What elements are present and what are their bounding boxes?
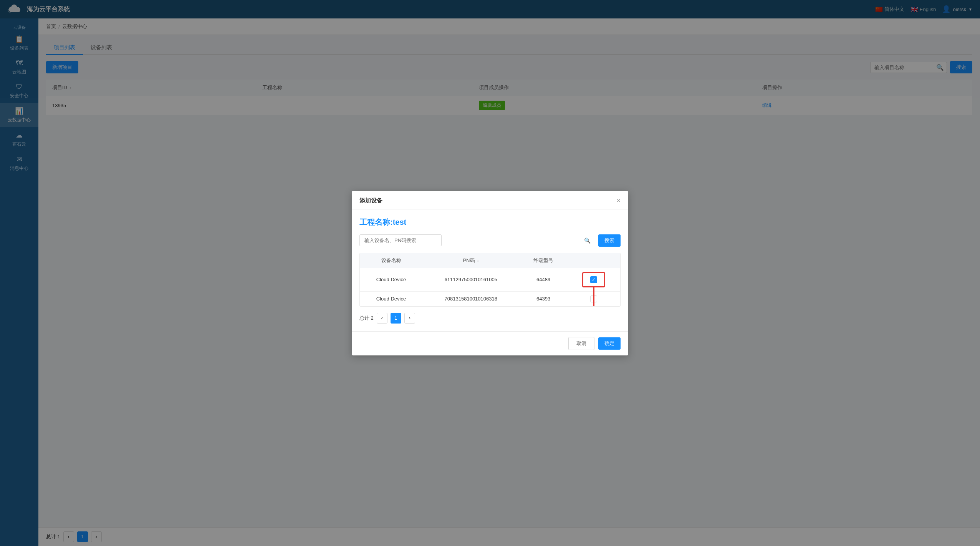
device-check-1: ✓ bbox=[568, 268, 620, 291]
device-name-2: Cloud Device bbox=[360, 291, 422, 306]
device-col-name: 设备名称 bbox=[360, 253, 422, 268]
modal-search-input[interactable] bbox=[359, 234, 442, 246]
device-col-pn: PN码 ↕ bbox=[422, 253, 520, 268]
modal-body: 工程名称:test 🔍 搜索 设备名称 PN码 ↕ 终端型号 bbox=[352, 209, 628, 331]
checkbox-1[interactable]: ✓ bbox=[590, 276, 597, 283]
add-device-modal: 添加设备 × 工程名称:test 🔍 搜索 bbox=[352, 191, 628, 355]
device-table-wrap: 设备名称 PN码 ↕ 终端型号 Cloud Device 61112975000… bbox=[359, 253, 621, 307]
device-col-model: 终端型号 bbox=[520, 253, 568, 268]
device-pn-2: 7081315810010106318 bbox=[422, 291, 520, 306]
device-table-header-row: 设备名称 PN码 ↕ 终端型号 bbox=[360, 253, 620, 268]
modal-footer: 取消 确定 bbox=[352, 331, 628, 355]
device-model-1: 64489 bbox=[520, 268, 568, 291]
modal-next-page[interactable]: › bbox=[404, 313, 415, 324]
modal-pagination: 总计 2 ‹ 1 › bbox=[359, 313, 621, 324]
checkbox-highlight-container: ✓ bbox=[582, 272, 605, 287]
modal-total-label: 总计 2 bbox=[359, 315, 374, 322]
device-model-2: 64393 bbox=[520, 291, 568, 306]
device-check-2 bbox=[568, 291, 620, 306]
modal-title: 添加设备 bbox=[359, 197, 382, 204]
checkmark-icon: ✓ bbox=[592, 277, 596, 282]
checkbox-2[interactable] bbox=[590, 295, 597, 302]
modal-project-name: 工程名称:test bbox=[359, 217, 621, 227]
modal-search-row: 🔍 搜索 bbox=[359, 234, 621, 247]
modal-prev-page[interactable]: ‹ bbox=[377, 313, 387, 324]
project-name-value: test bbox=[393, 218, 407, 226]
project-name-prefix: 工程名称: bbox=[359, 218, 393, 226]
confirm-button[interactable]: 确定 bbox=[598, 337, 621, 350]
device-pn-1: 6111297500010161005 bbox=[422, 268, 520, 291]
checkbox-highlight-border: ✓ bbox=[582, 272, 605, 287]
device-row-2: Cloud Device 7081315810010106318 64393 bbox=[360, 291, 620, 306]
cancel-button[interactable]: 取消 bbox=[568, 337, 594, 350]
modal-search-button[interactable]: 搜索 bbox=[598, 234, 621, 247]
device-col-select bbox=[568, 253, 620, 268]
device-name-1: Cloud Device bbox=[360, 268, 422, 291]
modal-page-1[interactable]: 1 bbox=[391, 313, 401, 324]
modal-header: 添加设备 × bbox=[352, 191, 628, 209]
modal-overlay: 添加设备 × 工程名称:test 🔍 搜索 bbox=[0, 0, 980, 546]
modal-search-icon: 🔍 bbox=[584, 237, 591, 244]
modal-close-button[interactable]: × bbox=[616, 197, 621, 204]
device-row-1: Cloud Device 6111297500010161005 64489 ✓ bbox=[360, 268, 620, 291]
modal-search-wrap: 🔍 bbox=[359, 234, 594, 247]
